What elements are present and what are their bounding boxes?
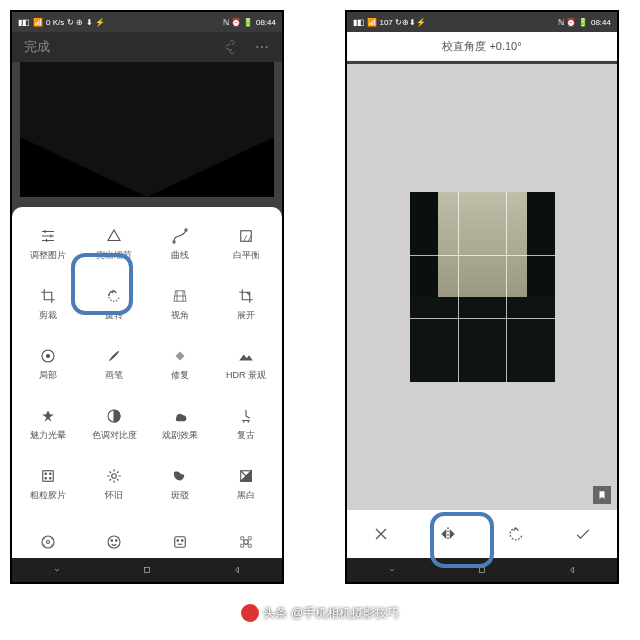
svg-rect-9 [43,470,54,481]
tool-vintage[interactable]: 复古 [214,395,278,453]
flip-horizontal-icon[interactable] [438,524,458,544]
watermark-avatar [241,604,259,622]
tool-brush[interactable]: 画笔 [82,335,146,393]
tool-bw[interactable]: 黑白 [214,455,278,513]
svg-rect-25 [145,568,150,573]
tool-retrolux[interactable]: 怀旧 [82,455,146,513]
watermark-prefix: 头条 [263,605,287,622]
status-bar: ▮◧📶0 K/s↻ ⊕ ⬇ ⚡ ℕ ⏰ 🔋08:44 [12,12,282,32]
tool-perspective[interactable]: 视角 [148,275,212,333]
tool-rotate[interactable]: 旋转 [82,275,146,333]
svg-point-17 [47,541,50,544]
tools-grid: 调整图片 突出细节 曲线 白平衡 剪裁 旋转 视角 展开 局部 画笔 修复 HD… [12,207,282,573]
phone-right: ▮◧ 📶 107 ↻⊕⬇⚡ ℕ ⏰ 🔋08:44 校直角度 +0.10° [345,10,619,584]
nav-home-icon[interactable] [141,564,153,576]
editor-header-dimmed: 完成 [12,32,282,62]
svg-point-7 [47,354,50,357]
svg-point-14 [112,473,117,478]
tool-hdr[interactable]: HDR 景观 [214,335,278,393]
photo-with-grid[interactable] [410,192,555,382]
svg-rect-21 [175,537,186,548]
svg-point-18 [108,536,120,548]
svg-point-2 [266,46,268,48]
nav-home-icon[interactable] [476,564,488,576]
watermark: 头条 @手机相机摄影技巧 [0,604,640,622]
tool-drama[interactable]: 戏剧效果 [148,395,212,453]
image-preview-dimmed [20,62,274,197]
svg-point-1 [261,46,263,48]
svg-point-0 [256,46,258,48]
nav-menu-icon[interactable] [51,564,63,576]
tool-healing[interactable]: 修复 [148,335,212,393]
tool-expand[interactable]: 展开 [214,275,278,333]
tool-crop[interactable]: 剪裁 [16,275,80,333]
tool-selective[interactable]: 局部 [16,335,80,393]
svg-point-11 [50,473,52,475]
tools-sheet: 调整图片 突出细节 曲线 白平衡 剪裁 旋转 视角 展开 局部 画笔 修复 HD… [12,207,282,582]
status-right: ℕ ⏰ 🔋08:44 [558,18,611,27]
confirm-icon[interactable] [573,524,593,544]
svg-point-16 [42,536,54,548]
more-icon[interactable] [254,39,270,55]
tool-details[interactable]: 突出细节 [82,215,146,273]
svg-point-24 [244,540,249,545]
status-left: ▮◧📶0 K/s↻ ⊕ ⬇ ⚡ [18,18,105,27]
nav-back-icon[interactable] [231,564,243,576]
share-icon[interactable] [220,39,236,55]
android-nav [12,558,282,582]
tool-curves[interactable]: 曲线 [148,215,212,273]
tool-tune[interactable]: 调整图片 [16,215,80,273]
android-nav [347,558,617,582]
bookmark-icon[interactable] [593,486,611,504]
phone-left: ▮◧📶0 K/s↻ ⊕ ⬇ ⚡ ℕ ⏰ 🔋08:44 完成 调整图片 突出细节 … [10,10,284,584]
tool-tonal[interactable]: 色调对比度 [82,395,146,453]
status-left: ▮◧ 📶 107 ↻⊕⬇⚡ [353,18,426,27]
straighten-header: 校直角度 +0.10° [347,32,617,61]
svg-point-20 [116,540,118,542]
tool-glamour[interactable]: 魅力光晕 [16,395,80,453]
tool-whitebalance[interactable]: 白平衡 [214,215,278,273]
watermark-name: @手机相机摄影技巧 [291,605,399,622]
cancel-icon[interactable] [371,524,391,544]
tool-grainy[interactable]: 粗粒胶片 [16,455,80,513]
done-label[interactable]: 完成 [24,38,50,56]
straighten-canvas[interactable] [347,64,617,510]
svg-point-19 [111,540,113,542]
status-bar: ▮◧ 📶 107 ↻⊕⬇⚡ ℕ ⏰ 🔋08:44 [347,12,617,32]
nav-back-icon[interactable] [566,564,578,576]
straighten-toolbar [347,510,617,558]
tool-grunge[interactable]: 斑驳 [148,455,212,513]
svg-point-13 [50,477,52,479]
svg-point-22 [177,540,179,542]
svg-point-12 [45,477,47,479]
nav-menu-icon[interactable] [386,564,398,576]
rotate-icon[interactable] [506,524,526,544]
svg-point-10 [45,473,47,475]
straighten-angle-label: 校直角度 +0.10° [442,39,521,54]
svg-rect-26 [480,568,485,573]
status-right: ℕ ⏰ 🔋08:44 [223,18,276,27]
svg-point-23 [182,540,184,542]
